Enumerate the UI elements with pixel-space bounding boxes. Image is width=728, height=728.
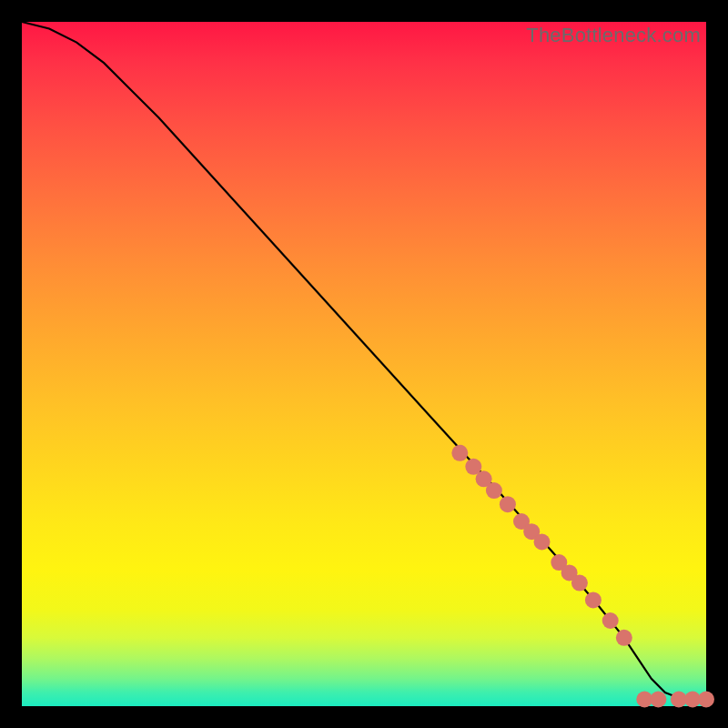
curve-marker xyxy=(571,575,588,592)
curve-marker xyxy=(486,482,502,499)
curve-marker xyxy=(698,692,714,708)
chart-frame: TheBottleneck.com xyxy=(22,22,706,706)
curve-marker xyxy=(602,612,619,629)
curve-marker xyxy=(585,592,602,608)
curve-markers xyxy=(451,445,714,708)
bottleneck-curve xyxy=(22,22,706,700)
chart-svg xyxy=(22,22,706,706)
curve-marker xyxy=(451,445,468,461)
curve-marker xyxy=(616,630,632,646)
curve-marker xyxy=(500,496,516,512)
curve-marker xyxy=(534,534,551,551)
curve-marker xyxy=(650,692,666,708)
